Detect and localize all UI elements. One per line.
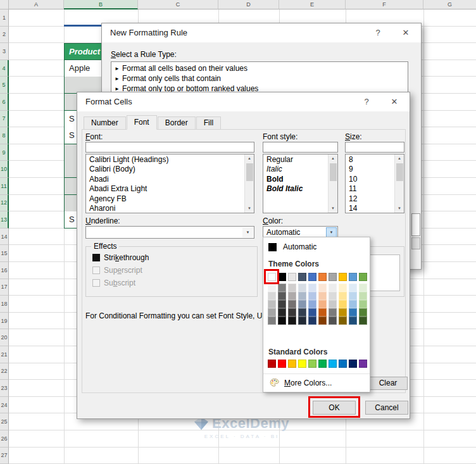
theme-tint-swatch[interactable] (298, 317, 306, 325)
font-option[interactable]: Aharoni (87, 204, 244, 213)
theme-tint-swatch[interactable] (308, 308, 316, 317)
theme-tint-swatch[interactable] (278, 300, 286, 308)
font-option[interactable]: Calibri (Body) (87, 165, 244, 174)
row-header-18[interactable]: 18 (0, 296, 9, 313)
row-header-23[interactable]: 23 (0, 380, 9, 397)
size-option[interactable]: 10 (346, 175, 394, 184)
theme-tint-swatch[interactable] (349, 292, 357, 300)
row-header-22[interactable]: 22 (0, 363, 9, 380)
tab[interactable]: Number (84, 116, 126, 130)
theme-tint-swatch[interactable] (298, 292, 306, 300)
standard-color-swatch[interactable] (268, 360, 276, 368)
column-header-A[interactable]: A (9, 0, 64, 9)
theme-tint-swatch[interactable] (298, 300, 306, 308)
theme-color-swatch[interactable] (359, 273, 367, 281)
theme-tint-swatch[interactable] (329, 308, 337, 317)
theme-tint-swatch[interactable] (359, 300, 367, 308)
size-option[interactable]: 8 (346, 155, 394, 165)
font-style-option[interactable]: Bold (264, 175, 327, 184)
theme-color-swatch[interactable] (298, 273, 306, 281)
row-header-3[interactable]: 3 (0, 43, 9, 60)
font-style-option[interactable]: Regular (264, 155, 327, 165)
theme-tint-swatch[interactable] (268, 317, 276, 325)
font-style-option[interactable]: Italic (264, 165, 327, 174)
font-option[interactable]: Calibri Light (Headings) (87, 155, 244, 165)
row-header-21[interactable]: 21 (0, 346, 9, 363)
row-header-20[interactable]: 20 (0, 329, 9, 346)
theme-tint-swatch[interactable] (288, 300, 296, 308)
clear-button[interactable]: Clear (368, 377, 408, 390)
row-header-8[interactable]: 8 (0, 127, 9, 144)
theme-tint-swatch[interactable] (298, 308, 306, 317)
cancel-button[interactable]: Cancel (365, 401, 408, 415)
standard-color-swatch[interactable] (329, 360, 337, 368)
theme-tint-swatch[interactable] (359, 308, 367, 317)
scrollbar[interactable]: ▲▼ (394, 154, 404, 213)
theme-color-swatch[interactable] (349, 273, 357, 281)
dropdown-arrow-icon[interactable]: ▼ (242, 227, 253, 237)
theme-tint-swatch[interactable] (278, 308, 286, 317)
standard-color-swatch[interactable] (278, 360, 286, 368)
theme-tint-swatch[interactable] (268, 284, 276, 292)
theme-tint-swatch[interactable] (339, 317, 347, 325)
theme-color-swatch[interactable] (308, 273, 316, 281)
theme-tint-swatch[interactable] (349, 284, 357, 292)
theme-tint-swatch[interactable] (349, 308, 357, 317)
theme-tint-swatch[interactable] (278, 284, 286, 292)
standard-color-swatch[interactable] (318, 360, 327, 368)
column-header-D[interactable]: D (218, 0, 279, 9)
theme-tint-swatch[interactable] (318, 300, 327, 308)
theme-tint-swatch[interactable] (288, 317, 296, 325)
theme-tint-swatch[interactable] (308, 292, 316, 300)
standard-color-swatch[interactable] (349, 360, 357, 368)
standard-color-swatch[interactable] (288, 360, 296, 368)
theme-tint-swatch[interactable] (339, 292, 347, 300)
theme-color-swatch[interactable] (288, 273, 296, 281)
theme-tint-swatch[interactable] (318, 284, 327, 292)
strikethrough-checkbox-row[interactable]: Strikethrough (92, 253, 149, 262)
underline-select[interactable]: ▼ (85, 226, 254, 239)
rule-type-option[interactable]: ►Format all cells based on their values (111, 63, 408, 73)
scroll-down-icon[interactable]: ▼ (395, 204, 404, 213)
scroll-thumb[interactable] (396, 163, 403, 181)
row-header-13[interactable]: 13 (0, 211, 9, 229)
theme-tint-swatch[interactable] (339, 284, 347, 292)
row-header-7[interactable]: 7 (0, 111, 9, 128)
theme-color-swatch[interactable] (318, 273, 327, 281)
select-all-corner[interactable] (0, 0, 9, 9)
row-header-15[interactable]: 15 (0, 245, 9, 262)
scroll-up-icon[interactable]: ▲ (245, 154, 254, 163)
theme-tint-swatch[interactable] (288, 292, 296, 300)
theme-tint-swatch[interactable] (359, 317, 367, 325)
row-header-19[interactable]: 19 (0, 313, 9, 330)
row-header-6[interactable]: 6 (0, 94, 9, 111)
theme-tint-swatch[interactable] (329, 292, 337, 300)
standard-color-swatch[interactable] (359, 360, 367, 368)
theme-tint-swatch[interactable] (329, 284, 337, 292)
font-option[interactable]: Abadi (87, 175, 244, 184)
theme-tint-swatch[interactable] (349, 317, 357, 325)
font-option[interactable]: Abadi Extra Light (87, 184, 244, 194)
row-header-25[interactable]: 25 (0, 413, 9, 430)
scroll-down-icon[interactable]: ▼ (245, 204, 254, 213)
scroll-thumb[interactable] (330, 163, 337, 181)
more-colors-option[interactable]: More Colors... (263, 373, 370, 391)
theme-tint-swatch[interactable] (339, 300, 347, 308)
theme-tint-swatch[interactable] (308, 317, 316, 325)
scroll-down-icon[interactable]: ▼ (329, 204, 337, 213)
automatic-color-option[interactable]: Automatic (265, 240, 368, 254)
row-header-17[interactable]: 17 (0, 279, 9, 296)
theme-tint-swatch[interactable] (308, 300, 316, 308)
column-header-C[interactable]: C (138, 0, 218, 9)
row-header-9[interactable]: 9 (0, 144, 9, 161)
theme-tint-swatch[interactable] (268, 292, 276, 300)
dropdown-arrow-icon[interactable]: ▼ (326, 227, 337, 237)
size-option[interactable]: 9 (346, 165, 394, 174)
theme-tint-swatch[interactable] (288, 284, 296, 292)
theme-tint-swatch[interactable] (318, 292, 327, 300)
theme-tint-swatch[interactable] (278, 292, 286, 300)
superscript-checkbox[interactable] (92, 266, 100, 274)
theme-tint-swatch[interactable] (318, 308, 327, 317)
row-header-12[interactable]: 12 (0, 195, 9, 212)
font-option[interactable]: Agency FB (87, 194, 244, 204)
